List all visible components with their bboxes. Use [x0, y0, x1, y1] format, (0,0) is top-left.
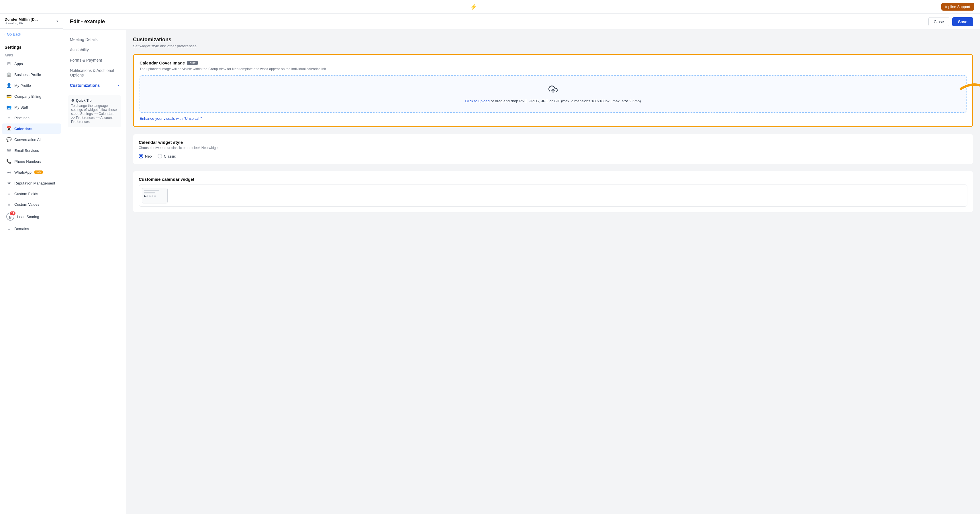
- sidebar-item-custom-fields[interactable]: ≡ Custom Fields: [2, 189, 61, 199]
- widget-preview-card: Customise calendar widget: [133, 171, 973, 212]
- workspace-selector[interactable]: Dunder Mifflin [D... Scranton, PA ▾: [0, 14, 63, 29]
- content-area: Meeting Details Availability Forms & Pay…: [63, 30, 980, 514]
- unsplash-link[interactable]: Enhance your visuals with "Unsplash": [140, 116, 967, 121]
- widget-preview-mock: [139, 185, 967, 207]
- widget-style-options: Neo Classic: [139, 154, 967, 158]
- cover-image-title-text: Calendar Cover Image: [140, 60, 185, 65]
- sidebar-item-phone-numbers[interactable]: 📞 Phone Numbers: [2, 156, 61, 167]
- quick-tip: ⚙ Quick Tip To change the language setti…: [68, 95, 121, 127]
- upload-area[interactable]: Click to upload or drag and drop PNG, JP…: [140, 75, 967, 113]
- sidebar-item-email-services[interactable]: ✉ Email Services: [2, 145, 61, 156]
- sidebar-item-business-profile[interactable]: 🏢 Business Profile: [2, 69, 61, 80]
- widget-style-title: Calendar widget style: [139, 140, 967, 145]
- preview-widget-thumb: [142, 188, 168, 204]
- custom-fields-icon: ≡: [6, 191, 11, 196]
- radio-neo[interactable]: Neo: [139, 154, 152, 158]
- sidebar-item-label: Company Billing: [14, 94, 41, 99]
- close-button[interactable]: Close: [928, 17, 950, 26]
- sidebar-item-label: My Profile: [14, 83, 31, 88]
- conversation-ai-icon: 💬: [6, 137, 11, 142]
- sidebar-item-label: Reputation Management: [14, 181, 55, 185]
- main-area: Edit - example Close Save Meeting Detail…: [63, 14, 980, 514]
- notification-badge: 14: [10, 212, 16, 215]
- cover-image-title: Calendar Cover Image New: [140, 60, 967, 65]
- sidebar-item-label: My Staff: [14, 105, 28, 110]
- widget-style-sub: Choose between our classic or the sleek …: [139, 146, 967, 150]
- phone-icon: 📞: [6, 159, 11, 164]
- section-header: Customizations Set widget style and othe…: [133, 37, 973, 48]
- upload-instructions: Click to upload or drag and drop PNG, JP…: [465, 99, 641, 103]
- sidebar-item-label: Email Services: [14, 148, 39, 153]
- sidebar-item-company-billing[interactable]: 💳 Company Billing: [2, 91, 61, 102]
- mock-dot-5: [154, 196, 156, 197]
- sidebar-item-label: Conversation AI: [14, 137, 41, 142]
- calendars-icon: 📅: [6, 126, 11, 131]
- chevron-down-icon: ▾: [56, 19, 58, 23]
- sidebar-item-label: Domains: [14, 227, 29, 231]
- nav-item-forms-payment[interactable]: Forms & Payment: [63, 55, 126, 65]
- nav-item-availability[interactable]: Availability: [63, 45, 126, 55]
- sidebar-item-my-staff[interactable]: 👥 My Staff: [2, 102, 61, 112]
- settings-title: Settings: [0, 40, 63, 51]
- email-icon: ✉: [6, 148, 11, 153]
- apps-group-label: Apps: [0, 51, 63, 58]
- g-icon: g 14: [6, 213, 14, 221]
- cover-image-desc: The uploaded image will be visible withi…: [140, 67, 967, 71]
- sidebar-item-label: Pipelines: [14, 116, 30, 120]
- main-panel: Customizations Set widget style and othe…: [126, 30, 980, 514]
- domains-icon: ≡: [6, 226, 11, 231]
- sidebar-item-pipelines[interactable]: ≡ Pipelines: [2, 113, 61, 123]
- sidebar-item-reputation[interactable]: ★ Reputation Management: [2, 178, 61, 188]
- section-title: Customizations: [133, 37, 973, 43]
- edit-title: Edit - example: [70, 19, 105, 25]
- widget-style-card: Calendar widget style Choose between our…: [133, 134, 973, 164]
- sidebar-item-label: Phone Numbers: [14, 159, 41, 164]
- go-back-button[interactable]: ‹ Go Back: [0, 29, 63, 40]
- mock-bar-1: [144, 190, 159, 191]
- header-actions: Close Save: [928, 17, 974, 26]
- sidebar-item-label: Calendars: [14, 127, 32, 131]
- sidebar-item-lead-scoring[interactable]: g 14 Lead Scoring: [2, 210, 61, 223]
- sidebar-item-conversation-ai[interactable]: 💬 Conversation AI: [2, 134, 61, 145]
- reputation-icon: ★: [6, 180, 11, 186]
- sidebar-item-domains[interactable]: ≡ Domains: [2, 224, 61, 234]
- click-to-upload-link[interactable]: Click to upload: [465, 99, 489, 103]
- mock-bar-2: [144, 192, 155, 193]
- staff-icon: 👥: [6, 105, 11, 110]
- left-nav: Meeting Details Availability Forms & Pay…: [63, 30, 126, 514]
- lightning-icon: ⚡: [470, 3, 477, 10]
- mock-dots: [144, 196, 156, 197]
- apps-icon: ⊞: [6, 61, 11, 66]
- sidebar-item-custom-values[interactable]: ≡ Custom Values: [2, 199, 61, 209]
- sidebar-item-label: Lead Scoring: [17, 215, 39, 219]
- topbar-center: ⚡: [470, 3, 477, 10]
- radio-btn-classic[interactable]: [158, 154, 162, 158]
- upload-text-rest: or drag and drop PNG, JPEG, JPG or GIF (…: [490, 99, 641, 103]
- upload-icon: [549, 85, 558, 96]
- sidebar-item-label: Custom Values: [14, 202, 39, 207]
- sidebar: Dunder Mifflin [D... Scranton, PA ▾ ‹ Go…: [0, 14, 63, 514]
- mock-dot-1: [144, 196, 146, 197]
- support-button[interactable]: topline Support: [941, 3, 974, 11]
- customise-widget-title: Customise calendar widget: [139, 177, 967, 181]
- mock-dot-2: [146, 196, 148, 197]
- beta-badge: beta: [34, 170, 43, 174]
- sidebar-item-label: Apps: [14, 62, 23, 66]
- nav-item-notifications[interactable]: Notifications & Additional Options: [63, 65, 126, 80]
- sidebar-item-whatsapp[interactable]: ◎ WhatsApp beta: [2, 167, 61, 177]
- save-button[interactable]: Save: [952, 17, 973, 26]
- quick-tip-icon: ⚙: [71, 99, 74, 103]
- custom-values-icon: ≡: [6, 202, 11, 207]
- sidebar-item-calendars[interactable]: 📅 Calendars: [2, 124, 61, 134]
- radio-classic[interactable]: Classic: [158, 154, 176, 158]
- radio-btn-neo[interactable]: [139, 154, 143, 158]
- sidebar-item-my-profile[interactable]: 👤 My Profile: [2, 80, 61, 91]
- nav-item-customizations[interactable]: Customizations: [63, 80, 126, 91]
- mock-dot-4: [151, 196, 153, 197]
- nav-item-meeting-details[interactable]: Meeting Details: [63, 34, 126, 45]
- sidebar-item-label: Business Profile: [14, 73, 41, 77]
- quick-tip-title: ⚙ Quick Tip: [71, 99, 118, 103]
- sidebar-item-apps[interactable]: ⊞ Apps: [2, 59, 61, 69]
- pipelines-icon: ≡: [6, 115, 11, 120]
- billing-icon: 💳: [6, 94, 11, 99]
